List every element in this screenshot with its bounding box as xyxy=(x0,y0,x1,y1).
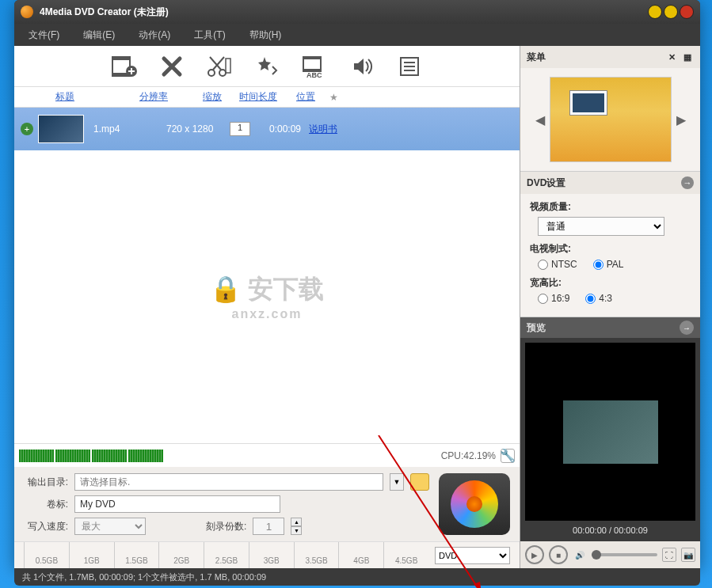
audio-button[interactable] xyxy=(348,52,376,81)
row-add-icon[interactable]: + xyxy=(21,123,33,135)
menu-file[interactable]: 文件(F) xyxy=(29,28,59,42)
menu-template-thumbnail[interactable] xyxy=(550,77,672,162)
row-filename: 1.mp4 xyxy=(93,123,166,135)
window-title: 4Media DVD Creator (未注册) xyxy=(40,6,648,19)
menu-title: 菜单 xyxy=(527,51,546,64)
titlebar[interactable]: 4Media DVD Creator (未注册) xyxy=(14,0,700,24)
ntsc-radio[interactable]: NTSC xyxy=(538,259,577,270)
cpu-core-1 xyxy=(19,450,54,462)
expand-settings-button[interactable]: → xyxy=(681,176,694,189)
stop-button[interactable]: ■ xyxy=(549,545,568,564)
output-dir-input[interactable] xyxy=(74,473,383,491)
col-zoom[interactable]: 缩放 xyxy=(203,90,234,104)
menu-tools[interactable]: 工具(T) xyxy=(194,28,225,42)
col-position[interactable]: 位置 xyxy=(282,90,329,104)
close-button[interactable] xyxy=(680,5,694,19)
column-headers: 标题 分辨率 缩放 时间长度 位置 ★ xyxy=(14,87,520,108)
preview-section: 预览 → 00:00:00 / 00:00:09 ▶ ■ 🔊 ⛶ 📷 xyxy=(520,317,700,568)
video-frame xyxy=(563,400,658,464)
burn-button[interactable] xyxy=(439,473,510,535)
menu-edit[interactable]: 编辑(E) xyxy=(83,28,115,42)
preview-video[interactable] xyxy=(525,343,695,521)
svg-text:ABC: ABC xyxy=(307,71,322,78)
write-speed-select[interactable]: 最大 xyxy=(74,518,146,535)
output-dir-dropdown[interactable]: ▼ xyxy=(390,473,404,491)
fullscreen-button[interactable]: ⛶ xyxy=(662,548,676,562)
next-template-button[interactable]: ▶ xyxy=(675,113,687,126)
toolbar: ABC xyxy=(14,46,520,87)
svg-point-4 xyxy=(208,70,215,76)
ruler-mark: 2GB xyxy=(158,542,204,568)
menu-section-header: 菜单 ✕ ▦ xyxy=(520,46,700,68)
menu-grid-icon[interactable]: ▦ xyxy=(681,51,694,63)
aspect-label: 宽高比: xyxy=(530,276,691,290)
row-zoom-value[interactable]: 1 xyxy=(230,122,250,136)
snapshot-button[interactable]: 📷 xyxy=(681,548,695,562)
prev-template-button[interactable]: ◀ xyxy=(534,113,546,126)
svg-rect-8 xyxy=(303,57,321,59)
aspect-43-radio[interactable]: 4:3 xyxy=(585,293,612,304)
maximize-button[interactable] xyxy=(664,5,678,19)
preview-header: 预览 → xyxy=(520,317,700,338)
row-thumbnail xyxy=(38,115,84,143)
cpu-text: CPU:42.19% xyxy=(441,450,496,461)
right-pane: 菜单 ✕ ▦ ◀ ▶ DVD设置 → xyxy=(520,46,700,568)
ruler-mark: 4GB xyxy=(338,542,383,568)
add-file-button[interactable] xyxy=(110,52,139,81)
col-duration[interactable]: 时间长度 xyxy=(234,90,282,104)
main-pane: ABC 标题 分辨率 缩放 时间长度 位置 ★ + 1.mp4 720 x 12… xyxy=(14,46,520,568)
aspect-169-radio[interactable]: 16:9 xyxy=(538,293,569,304)
ruler-mark: 3.5GB xyxy=(294,542,339,568)
statusbar: 共 1个文件, 1.7MB, 00:00:09; 1个文件被选中, 1.7 MB… xyxy=(14,568,700,586)
ruler-mark: 1.5GB xyxy=(114,542,159,568)
pal-radio[interactable]: PAL xyxy=(593,259,624,270)
time-display: 00:00:00 / 00:00:09 xyxy=(520,525,700,541)
delete-button[interactable] xyxy=(158,52,186,81)
menu-template-preview: ◀ ▶ xyxy=(520,68,700,171)
cpu-core-4 xyxy=(128,450,163,462)
col-title[interactable]: 标题 xyxy=(55,90,139,104)
col-star[interactable]: ★ xyxy=(329,92,345,103)
ruler-mark: 1GB xyxy=(69,542,114,568)
quality-select[interactable]: 普通 xyxy=(538,217,664,236)
dvd-settings-title: DVD设置 xyxy=(527,176,565,190)
disc-type-select[interactable]: DVD xyxy=(435,547,510,564)
cpu-core-3 xyxy=(92,450,127,462)
cpu-bar: CPU:42.19% 🔧 xyxy=(14,443,520,467)
row-duration: 0:00:09 xyxy=(261,123,309,135)
chapter-button[interactable] xyxy=(395,52,424,81)
col-resolution[interactable]: 分辨率 xyxy=(139,90,203,104)
browse-folder-button[interactable] xyxy=(410,473,429,491)
menu-action[interactable]: 动作(A) xyxy=(139,28,170,42)
app-icon xyxy=(21,6,33,18)
minimize-button[interactable] xyxy=(648,5,662,19)
expand-preview-button[interactable]: → xyxy=(680,321,694,335)
copies-label: 刻录份数: xyxy=(206,520,246,533)
tv-standard-label: 电视制式: xyxy=(530,242,691,256)
row-manual-link[interactable]: 说明书 xyxy=(309,123,337,136)
effects-button[interactable] xyxy=(253,52,281,81)
volume-slider[interactable] xyxy=(592,553,657,556)
play-button[interactable]: ▶ xyxy=(525,545,544,564)
cut-button[interactable] xyxy=(205,52,234,81)
ruler-mark: 0.5GB xyxy=(24,542,69,568)
file-row[interactable]: + 1.mp4 720 x 1280 1 0:00:09 说明书 xyxy=(14,108,520,150)
output-panel: 输出目录: ▼ 卷标: 写入速度: 最大 刻录份数: xyxy=(14,467,520,541)
output-dir-label: 输出目录: xyxy=(24,476,68,489)
volume-input[interactable] xyxy=(74,495,280,513)
volume-icon[interactable]: 🔊 xyxy=(573,548,587,562)
row-resolution: 720 x 1280 xyxy=(166,123,230,135)
quality-label: 视频质量: xyxy=(530,200,691,214)
copies-spinner[interactable]: ▲▼ xyxy=(291,518,302,535)
cpu-settings-button[interactable]: 🔧 xyxy=(501,449,515,463)
preview-title: 预览 xyxy=(527,321,546,335)
dvd-settings-header: DVD设置 → xyxy=(520,172,700,194)
subtitle-button[interactable]: ABC xyxy=(300,52,329,81)
menu-help[interactable]: 帮助(H) xyxy=(249,28,282,42)
watermark: 🔒 安下载 anxz.com xyxy=(210,272,325,321)
menu-tools-icon[interactable]: ✕ xyxy=(665,51,678,63)
size-ruler: 0.5GB 1GB 1.5GB 2GB 2.5GB 3GB 3.5GB 4GB … xyxy=(14,541,520,568)
copies-input[interactable] xyxy=(253,518,284,535)
ruler-mark: 4.5GB xyxy=(383,542,428,568)
app-window: 4Media DVD Creator (未注册) 文件(F) 编辑(E) 动作(… xyxy=(14,0,700,568)
